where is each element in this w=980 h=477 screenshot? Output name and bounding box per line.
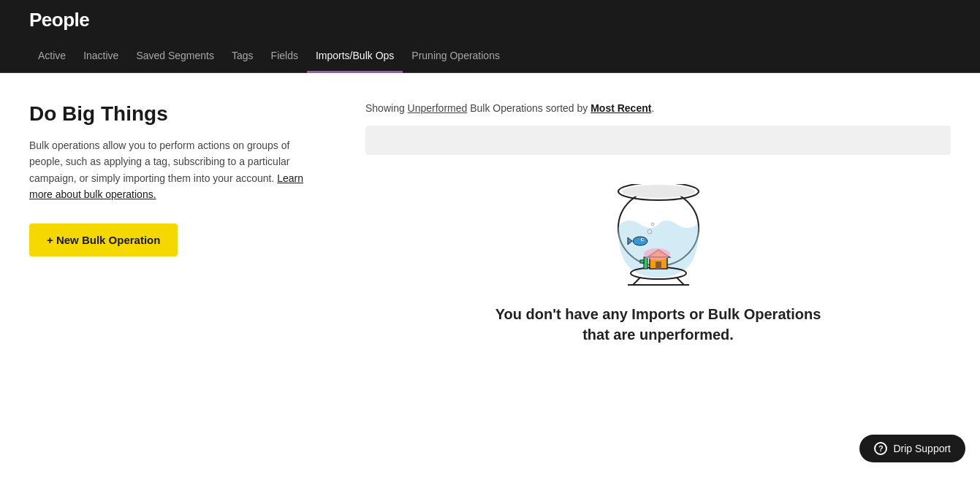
nav-item-pruning-operations[interactable]: Pruning Operations [403,40,509,73]
svg-point-11 [633,237,647,245]
empty-state-illustration [600,184,717,286]
left-panel: Do Big Things Bulk operations allow you … [29,102,307,345]
empty-state: You don't have any Imports or Bulk Opera… [365,184,951,345]
section-description: Bulk operations allow you to perform act… [29,137,307,203]
sort-label[interactable]: Most Recent [590,102,651,114]
svg-rect-7 [656,262,661,269]
drip-support-label: Drip Support [893,443,951,454]
showing-text: Showing Unperformed Bulk Operations sort… [365,102,951,114]
svg-point-14 [642,239,643,240]
page-title: People [29,9,89,31]
svg-line-2 [633,278,640,285]
svg-rect-8 [644,257,647,269]
filter-bar[interactable] [365,126,951,155]
svg-point-18 [622,185,695,198]
svg-rect-9 [640,260,644,263]
main-content: Do Big Things Bulk operations allow you … [0,73,980,374]
nav-item-tags[interactable]: Tags [223,40,262,73]
svg-line-3 [677,278,684,285]
nav-item-imports-bulk-ops[interactable]: Imports/Bulk Ops [307,40,403,73]
question-icon: ? [874,442,887,455]
empty-state-text: You don't have any Imports or Bulk Opera… [495,304,821,345]
filter-label[interactable]: Unperformed [408,102,468,114]
nav-bar: Active Inactive Saved Segments Tags Fiel… [0,40,980,73]
nav-item-fields[interactable]: Fields [262,40,307,73]
right-panel: Showing Unperformed Bulk Operations sort… [365,102,951,345]
section-title: Do Big Things [29,102,307,126]
nav-item-inactive[interactable]: Inactive [75,40,127,73]
new-bulk-operation-button[interactable]: + New Bulk Operation [29,224,178,256]
svg-point-16 [651,223,654,226]
header: People [0,0,980,40]
nav-item-active[interactable]: Active [29,40,75,73]
nav-item-saved-segments[interactable]: Saved Segments [127,40,223,73]
svg-point-10 [644,248,670,260]
drip-support-button[interactable]: ? Drip Support [859,435,965,462]
